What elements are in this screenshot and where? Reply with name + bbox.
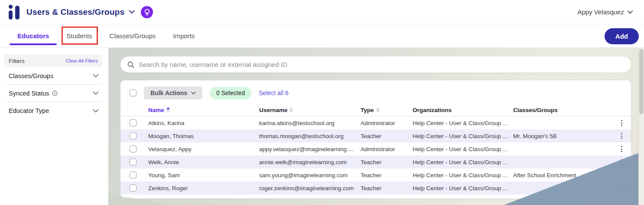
row-checkbox-cell — [120, 159, 148, 165]
row-checkbox-cell — [120, 185, 148, 192]
chevron-down-icon — [93, 91, 99, 95]
filter-section-classes-groups[interactable]: Classes/Groups — [4, 67, 102, 85]
top-header: Users & Classes/Groups Appy Velasquez — [0, 0, 644, 24]
cell-username: karina.atkins@testschool.org — [259, 120, 361, 126]
search-icon — [127, 61, 134, 68]
cell-organizations: Help Center - User & Class/Group ... — [413, 159, 513, 165]
filter-section-label: Synced Status — [9, 90, 58, 97]
filter-panel: Filters Clear All Filters Classes/Groups… — [4, 54, 102, 119]
product-tour-button[interactable] — [141, 6, 153, 18]
user-account-menu[interactable]: Appy Velasquez — [577, 8, 633, 16]
main-panel: Bulk Actions 0 Selected Select all 6 Nam… — [108, 48, 644, 205]
page-title: Users & Classes/Groups — [26, 7, 124, 17]
cell-classes: Mr. Moogan's 5B — [513, 133, 612, 139]
row-actions-kebab-icon[interactable] — [618, 144, 625, 154]
tab-label: Educators — [17, 32, 49, 40]
clear-all-filters-link[interactable]: Clear All Filters — [66, 58, 98, 63]
row-checkbox-cell — [120, 172, 148, 179]
tab-label: Classes/Groups — [110, 32, 156, 40]
row-actions-kebab-icon[interactable] — [618, 118, 625, 128]
search-input[interactable] — [139, 61, 624, 68]
cell-type: Teacher — [361, 172, 413, 179]
filter-label-text: Synced Status — [9, 90, 49, 97]
bulk-actions-label: Bulk Actions — [150, 89, 187, 96]
column-header-username[interactable]: Username — [259, 107, 361, 113]
sort-icon — [289, 107, 293, 112]
filters-sidebar: Filters Clear All Filters Classes/Groups… — [0, 48, 108, 205]
sort-asc-arrow — [166, 107, 170, 109]
column-header-organizations: Organizations — [413, 107, 513, 113]
select-all-checkbox[interactable] — [130, 89, 137, 96]
sort-asc-arrow — [376, 107, 380, 109]
chevron-down-icon — [93, 74, 99, 78]
tab-imports[interactable]: Imports — [173, 24, 195, 47]
sort-icon — [376, 107, 380, 112]
table-row: Welk, Annieannie.welk@imaginelearning.co… — [120, 155, 631, 169]
row-menu-cell — [612, 118, 631, 128]
filter-section-educator-type[interactable]: Educator Type — [4, 102, 102, 119]
column-header-label: Username — [259, 107, 287, 113]
tab-students[interactable]: Students — [66, 24, 92, 47]
row-menu-cell — [612, 144, 631, 154]
educators-table: NameUsernameTypeOrganizationsClasses/Gro… — [120, 104, 631, 195]
filter-label-text: Classes/Groups — [9, 73, 53, 79]
tab-educators[interactable]: Educators — [17, 24, 49, 47]
row-actions-kebab-icon[interactable] — [618, 131, 625, 141]
filter-section-label: Classes/Groups — [9, 73, 53, 79]
sort-icon — [166, 107, 170, 112]
chevron-down-icon — [93, 109, 99, 113]
cell-type: Teacher — [361, 159, 413, 165]
cell-organizations: Help Center - User & Class/Group ... — [413, 146, 513, 152]
cell-name: Young, Sam — [148, 172, 259, 179]
column-header-classes-groups: Classes/Groups — [513, 107, 612, 113]
table-row: Young, Samsam.young@imaginelearning.comT… — [120, 169, 631, 182]
column-header-label: Name — [148, 107, 164, 113]
table-row: Moogan, Thomasthomas.moogan@testschool.o… — [120, 129, 631, 142]
filter-label-text: Educator Type — [9, 107, 49, 114]
sort-desc-arrow — [166, 110, 170, 112]
table-body: Atkins, Karinakarina.atkins@testschool.o… — [120, 116, 631, 195]
scrollbar-thumb[interactable] — [639, 49, 644, 114]
title-dropdown-chevron-icon[interactable] — [129, 10, 135, 14]
results-card: Bulk Actions 0 Selected Select all 6 Nam… — [120, 80, 631, 198]
column-header-content: Type — [361, 107, 408, 113]
row-checkbox[interactable] — [130, 185, 137, 192]
column-header-type[interactable]: Type — [361, 107, 413, 113]
info-icon — [52, 90, 58, 96]
cell-username: roger.zenkins@imaginelearning.com — [259, 185, 361, 192]
tab-classes-groups[interactable]: Classes/Groups — [110, 24, 156, 47]
cell-organizations: Help Center - User & Class/Group ... — [413, 133, 513, 139]
cell-username: appy.velasquez@imaginelearning.... — [259, 146, 361, 152]
select-all-link[interactable]: Select all 6 — [259, 89, 288, 96]
cell-name: Velasquez, Appy — [148, 146, 259, 152]
cell-organizations: Help Center - User & Class/Group ... — [413, 120, 513, 126]
filter-sections: Classes/GroupsSynced StatusEducator Type — [4, 67, 102, 119]
row-checkbox-cell — [120, 119, 148, 126]
cell-username: annie.welk@imaginelearning.com — [259, 159, 361, 165]
selected-count-badge: 0 Selected — [210, 87, 251, 99]
add-button[interactable]: Add — [605, 28, 639, 44]
row-checkbox[interactable] — [130, 172, 137, 179]
row-checkbox[interactable] — [130, 159, 137, 165]
cell-username: sam.young@imaginelearning.com — [259, 172, 361, 179]
sort-asc-arrow — [289, 107, 293, 109]
tab-label: Students — [66, 32, 92, 40]
row-checkbox[interactable] — [130, 145, 137, 152]
cell-type: Administrator — [361, 120, 413, 126]
row-menu-cell — [612, 131, 631, 141]
chevron-down-icon — [191, 92, 196, 95]
row-checkbox[interactable] — [130, 119, 137, 126]
cell-name: Zenkins, Roger — [148, 185, 259, 192]
imagine-learning-logo-icon — [9, 5, 20, 20]
column-header-label: Type — [361, 107, 374, 113]
cell-type: Administrator — [361, 146, 413, 152]
scrollbar-track[interactable] — [638, 48, 644, 205]
column-header-name[interactable]: Name — [148, 107, 259, 113]
filter-section-synced-status[interactable]: Synced Status — [4, 85, 102, 102]
search-bar — [120, 56, 631, 73]
column-header-content: Classes/Groups — [513, 107, 608, 113]
row-checkbox[interactable] — [130, 132, 137, 139]
bulk-actions-button[interactable]: Bulk Actions — [144, 86, 202, 99]
filter-section-label: Educator Type — [9, 107, 49, 114]
cell-username: thomas.moogan@testschool.org — [259, 133, 361, 139]
